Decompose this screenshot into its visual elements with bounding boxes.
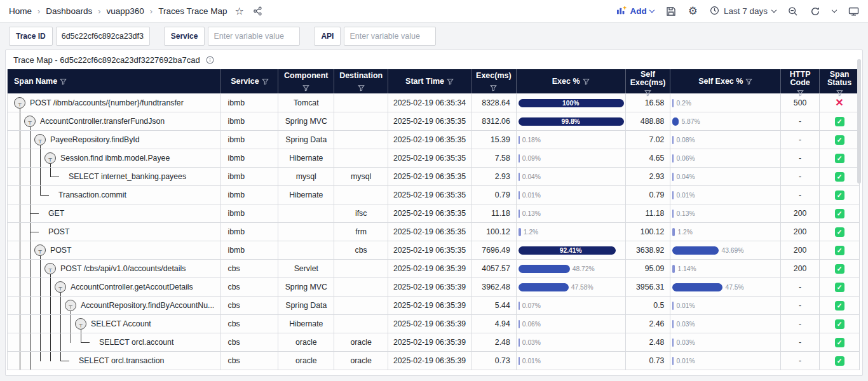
trace-span-row[interactable]: SELECT orcl.accountcbsoracleoracle2025-0… (8, 333, 859, 351)
variable-api: API (314, 27, 436, 46)
trace-span-row[interactable]: ┬AccountController.getAccoutDetailscbsSp… (8, 277, 859, 296)
trace-span-row[interactable]: SELECT internet_banking.payeesibmbmysqlm… (8, 167, 859, 185)
http-code-cell: - (781, 112, 820, 130)
trace-span-row[interactable]: GETibmbifsc2025-02-19 06:35:3511.180.13%… (8, 204, 859, 222)
tree-toggle-icon[interactable]: ┬ (24, 116, 36, 127)
tree-connector-line (40, 168, 41, 185)
trace-span-row[interactable]: POSTibmbfrm2025-02-19 06:35:35100.121.2%… (8, 222, 859, 241)
tree-toggle-icon[interactable]: ┬ (65, 300, 76, 311)
filter-icon[interactable] (302, 84, 309, 91)
time-range-picker[interactable]: Last 7 days (710, 6, 776, 17)
bar-label: 0.13% (676, 210, 695, 217)
breadcrumb-current-page[interactable]: Traces Trace Map (158, 6, 227, 16)
bar-label: 100% (519, 100, 623, 107)
filter-icon[interactable] (583, 78, 590, 85)
bar-label: 0.01% (522, 192, 541, 199)
trace-span-row[interactable]: ┬AccountController.transferFundJsonibmbS… (8, 112, 859, 130)
tv-mode-icon[interactable] (848, 6, 859, 17)
tree-toggle-icon[interactable]: ┬ (55, 281, 66, 293)
component-cell: Hibernate (278, 186, 334, 204)
info-icon[interactable] (206, 56, 214, 64)
column-header-start-time: Start Time (388, 69, 471, 93)
add-panel-button[interactable]: Add (616, 6, 653, 17)
clock-icon (710, 6, 719, 17)
trace-span-row[interactable]: ┬AccountRepository.findByAccountNu...cbs… (8, 296, 859, 314)
destination-cell: mysql (334, 168, 388, 185)
tree-connector-line (30, 149, 31, 167)
breadcrumb-dashboard-name[interactable]: vuapp360 (107, 6, 144, 16)
component-cell: Tomcat (278, 94, 334, 112)
tree-connector-line (20, 109, 20, 112)
exec-pct-cell: 0.01% (517, 352, 626, 370)
self-exec-pct-cell: 0.01% (670, 186, 781, 204)
start-time-cell: 2025-02-19 06:35:39 (388, 297, 471, 314)
top-navigation-bar: Home › Dashboards › vuapp360 › Traces Tr… (0, 0, 868, 23)
status-ok-icon: ✓ (835, 283, 844, 292)
exec-pct-cell: 47.58% (517, 278, 626, 296)
service-cell: cbs (221, 260, 278, 277)
http-code-cell: 200 (781, 204, 820, 222)
span-name-label: SELECT internet_banking.payees (69, 168, 186, 185)
filter-icon[interactable] (358, 84, 365, 91)
tree-connector-line (30, 278, 31, 296)
percent-bar (672, 154, 674, 163)
refresh-interval-chevron-icon[interactable] (832, 8, 837, 13)
percent-bar (519, 173, 520, 181)
tree-toggle-icon[interactable]: ┬ (75, 318, 86, 330)
breadcrumb-dashboards[interactable]: Dashboards (46, 6, 92, 16)
refresh-icon[interactable] (810, 6, 820, 17)
exec-ms-cell: 8328.64 (471, 94, 517, 112)
filter-icon[interactable] (262, 78, 269, 85)
span-name-cell: GET (8, 204, 221, 222)
column-header-exec-ms: Exec(ms) (471, 69, 517, 93)
trace-span-row[interactable]: ┬Session.find ibmb.model.PayeeibmbHibern… (8, 149, 859, 167)
tree-toggle-icon[interactable]: ┬ (44, 152, 56, 164)
filter-icon[interactable] (447, 78, 454, 85)
percent-bar (519, 338, 520, 347)
trace-span-row[interactable]: SELECT orcl.transactioncbsoracleoracle20… (8, 351, 859, 370)
trace-span-row[interactable]: Transaction.commitibmbHibernate2025-02-1… (8, 185, 859, 204)
tree-connector-line (20, 131, 20, 149)
share-icon[interactable] (253, 6, 262, 16)
chevron-down-icon (771, 8, 776, 13)
breadcrumb-separator: › (37, 6, 40, 16)
trace-span-row[interactable]: ┬POSTibmbcbs2025-02-19 06:35:357696.4992… (8, 241, 859, 259)
tree-connector-line (81, 333, 81, 343)
filter-icon[interactable] (490, 84, 497, 91)
breadcrumb-home[interactable]: Home (9, 6, 32, 16)
trace-span-row[interactable]: ┬POST /ibmb/accounts/{number}/fundtransf… (8, 93, 859, 112)
tree-toggle-icon[interactable]: ┬ (34, 244, 46, 256)
api-input[interactable] (344, 27, 436, 46)
destination-cell: oracle (334, 333, 388, 351)
bar-label: 0.09% (522, 155, 541, 162)
column-header-label: Span Name (14, 77, 57, 86)
service-input[interactable] (208, 27, 300, 46)
destination-cell: ifsc (334, 204, 388, 222)
tree-toggle-icon[interactable]: ┬ (44, 263, 56, 274)
filter-icon[interactable] (745, 78, 752, 85)
span-name-label: SELECT orcl.transaction (79, 352, 164, 370)
dashboard-settings-gear-icon[interactable]: ⚙ (688, 4, 698, 18)
tree-toggle-icon[interactable]: ┬ (34, 134, 46, 145)
trace-span-row[interactable]: ┬SELECT AccountcbsHibernate2025-02-19 06… (8, 314, 859, 333)
component-cell (278, 241, 334, 259)
tree-connector-line (50, 315, 51, 333)
self-exec-ms-cell: 2.46 (626, 315, 671, 333)
column-header-label: Span Status (822, 70, 857, 87)
trace-id-input[interactable] (56, 27, 150, 46)
percent-bar (672, 265, 675, 273)
span-name-label: GET (48, 204, 64, 222)
span-status-cell: ✕ (820, 94, 859, 112)
self-exec-pct-cell: 1.2% (670, 223, 781, 241)
zoom-out-icon[interactable] (788, 6, 798, 17)
tree-toggle-icon[interactable]: ┬ (14, 97, 25, 109)
panel-scrollbar[interactable] (857, 59, 861, 184)
trace-span-row[interactable]: ┬POST /cbs/api/v1.0/accounts/detailscbsS… (8, 259, 859, 277)
span-name-cell: ┬PayeeRepository.findById (8, 131, 221, 149)
tree-connector-line (40, 333, 41, 351)
filter-icon[interactable] (60, 78, 67, 85)
tree-connector-line (30, 260, 31, 277)
trace-span-row[interactable]: ┬PayeeRepository.findByIdibmbSpring Data… (8, 130, 859, 149)
favorite-star-icon[interactable]: ☆ (234, 6, 243, 17)
save-dashboard-icon[interactable] (666, 6, 676, 17)
